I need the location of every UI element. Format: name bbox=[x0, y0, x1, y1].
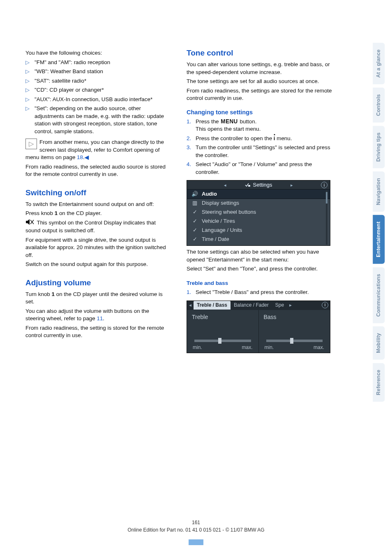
choice-item: "AUX": AUX-In connection, USB audio inte… bbox=[25, 96, 170, 104]
tab-right-arrow-icon[interactable]: ▸ bbox=[287, 302, 294, 309]
knob-number: 1 bbox=[52, 291, 55, 297]
audio-icon: 🔊 bbox=[191, 190, 198, 198]
tone-heading: Tone control bbox=[187, 48, 335, 58]
scrollbar[interactable] bbox=[326, 190, 327, 245]
min-label: min. bbox=[265, 344, 274, 351]
choices-list: "FM" and "AM": radio reception "WB": Wea… bbox=[25, 59, 170, 136]
note-block: ▷ From another menu, you can change dire… bbox=[25, 139, 170, 162]
step-text: button. bbox=[238, 118, 257, 125]
switching-p5: Switch on the sound output again for thi… bbox=[25, 261, 170, 268]
slider-label: Treble bbox=[192, 313, 208, 321]
settings-row-vehicle[interactable]: ✓Vehicle / Tires bbox=[187, 217, 330, 226]
max-label: max. bbox=[314, 344, 324, 351]
tab-left-arrow-icon[interactable]: ◂ bbox=[187, 302, 194, 309]
step-text: Press the bbox=[196, 118, 220, 125]
choice-item: "FM" and "AM": radio reception bbox=[25, 59, 170, 67]
switching-p2-a: Press knob bbox=[25, 210, 55, 216]
slider-label: Bass bbox=[264, 313, 277, 321]
page: You have the following choices: "FM" and… bbox=[0, 0, 392, 555]
side-tab-mobility[interactable]: Mobility bbox=[373, 326, 385, 360]
settings-row-steering[interactable]: ✓Steering wheel buttons bbox=[187, 208, 330, 217]
step-2: Press the controller to open the i menu. bbox=[187, 135, 335, 143]
footer: 161 Online Edition for Part no. 01 41 0 … bbox=[0, 519, 392, 534]
footer-blue-tab-icon bbox=[189, 539, 203, 545]
tone-p3: From radio readiness, the settings are s… bbox=[187, 87, 335, 102]
row-label: Steering wheel buttons bbox=[202, 208, 256, 216]
side-tab-entertainment[interactable]: Entertainment bbox=[373, 215, 385, 264]
clock-icon: ✓ bbox=[191, 236, 198, 243]
page-link-11[interactable]: 11 bbox=[97, 315, 103, 321]
note-triangle-icon: ▷ bbox=[25, 139, 37, 149]
after-screen1-b: Select "Set" and then "Tone", and press … bbox=[187, 265, 335, 273]
side-tab-controls[interactable]: Controls bbox=[373, 88, 385, 123]
slider-thumb[interactable] bbox=[290, 338, 293, 344]
treble-steps: Select "Treble / Bass" and press the con… bbox=[187, 289, 335, 296]
switching-p2: Press knob 1 on the CD player. bbox=[25, 210, 170, 217]
volume-p2: You can also adjust the volume with butt… bbox=[25, 308, 170, 323]
side-tab-communications[interactable]: Communications bbox=[373, 267, 385, 323]
side-tab-navigation[interactable]: Navigation bbox=[373, 171, 385, 212]
slider-thumb[interactable] bbox=[218, 338, 221, 344]
side-tab-driving-tips[interactable]: Driving tips bbox=[373, 126, 385, 168]
side-tab-reference[interactable]: Reference bbox=[373, 363, 385, 402]
treble-slider[interactable]: Treble min. max. bbox=[187, 310, 259, 353]
step-text: menu. bbox=[275, 135, 292, 141]
changing-heading: Changing tone settings bbox=[187, 108, 335, 116]
treble-step-1: Select "Treble / Bass" and press the con… bbox=[187, 289, 335, 296]
settings-screen: ◂ Settings ▸ i 🔊Audio ▥Display settings … bbox=[187, 180, 330, 246]
speaker-mute-icon bbox=[25, 219, 35, 227]
settings-row-display[interactable]: ▥Display settings bbox=[187, 199, 330, 208]
menu-button-icon: MENU bbox=[220, 118, 238, 126]
display-icon: ▥ bbox=[191, 199, 198, 207]
i-menu-icon: i bbox=[274, 135, 275, 143]
side-tab-at-a-glance[interactable]: At a glance bbox=[373, 43, 385, 84]
settings-row-language[interactable]: ✓Language / Units bbox=[187, 226, 330, 235]
right-arrow-icon: ▸ bbox=[291, 182, 293, 188]
max-label: max. bbox=[242, 344, 252, 351]
choice-item: "WB": Weather Band station bbox=[25, 68, 170, 76]
slider-track[interactable] bbox=[266, 340, 323, 342]
slider-track[interactable] bbox=[194, 340, 251, 342]
left-column: You have the following choices: "FM" and… bbox=[25, 48, 170, 547]
after-screen1-a: The tone settings can also be selected w… bbox=[187, 248, 335, 264]
settings-row-audio[interactable]: 🔊Audio bbox=[187, 190, 330, 199]
switching-p2-b: on the CD player. bbox=[58, 210, 101, 216]
settings-rows: 🔊Audio ▥Display settings ✓Steering wheel… bbox=[187, 190, 330, 245]
step-3: Turn the controller until "Settings" is … bbox=[187, 144, 335, 159]
tab-spe[interactable]: Spe bbox=[272, 301, 287, 310]
vehicle-icon: ✓ bbox=[191, 217, 198, 225]
switching-p4: For equipment with a single drive, the s… bbox=[25, 236, 170, 259]
volume-p1: Turn knob 1 on the CD player until the d… bbox=[25, 291, 170, 306]
footer-line: Online Edition for Part no. 01 41 0 015 … bbox=[127, 527, 264, 533]
step-4: Select "Audio" or "Tone / Volume" and pr… bbox=[187, 161, 335, 176]
row-label: Display settings bbox=[202, 199, 239, 207]
tone-p2: The tone settings are set for all audio … bbox=[187, 78, 335, 86]
treble-heading: Treble and bass bbox=[187, 280, 335, 287]
choice-item: "Set": depending on the audio source, ot… bbox=[25, 105, 170, 135]
switching-heading: Switching on/off bbox=[25, 187, 170, 198]
page-number: 161 bbox=[0, 519, 392, 526]
note-end-arrow-icon: ◀ bbox=[85, 154, 89, 160]
treble-bass-screen: ◂ Treble / Bass Balance / Fader Spe ▸ i … bbox=[187, 301, 330, 353]
volume-heading: Adjusting volume bbox=[25, 278, 170, 288]
changing-steps: Press the MENU button. This opens the st… bbox=[187, 118, 335, 176]
step-subtext: This opens the start menu. bbox=[196, 125, 335, 133]
left-arrow-icon: ◂ bbox=[224, 182, 226, 188]
tab-treble-bass[interactable]: Treble / Bass bbox=[194, 301, 231, 310]
flag-icon: ✓ bbox=[191, 227, 198, 234]
tone-tabs: ◂ Treble / Bass Balance / Fader Spe ▸ i bbox=[187, 301, 330, 310]
choice-item: "SAT": satellite radio* bbox=[25, 77, 170, 85]
tab-balance-fader[interactable]: Balance / Fader bbox=[231, 301, 272, 310]
volume-p1-a: Turn knob bbox=[25, 291, 52, 297]
bass-slider[interactable]: Bass min. max. bbox=[259, 310, 330, 353]
volume-p2-a: You can also adjust the volume with butt… bbox=[25, 308, 149, 322]
svg-rect-3 bbox=[248, 185, 250, 187]
choices-intro: You have the following choices: bbox=[25, 49, 170, 57]
step-1: Press the MENU button. This opens the st… bbox=[187, 118, 335, 133]
row-label: Time / Date bbox=[202, 236, 229, 243]
scrollbar-thumb[interactable] bbox=[326, 192, 327, 204]
tone-p1: You can alter various tone settings, e.g… bbox=[187, 61, 335, 76]
settings-titlebar: ◂ Settings ▸ i bbox=[187, 180, 330, 190]
page-link-18[interactable]: 18 bbox=[77, 154, 83, 160]
settings-row-time[interactable]: ✓Time / Date bbox=[187, 235, 330, 244]
